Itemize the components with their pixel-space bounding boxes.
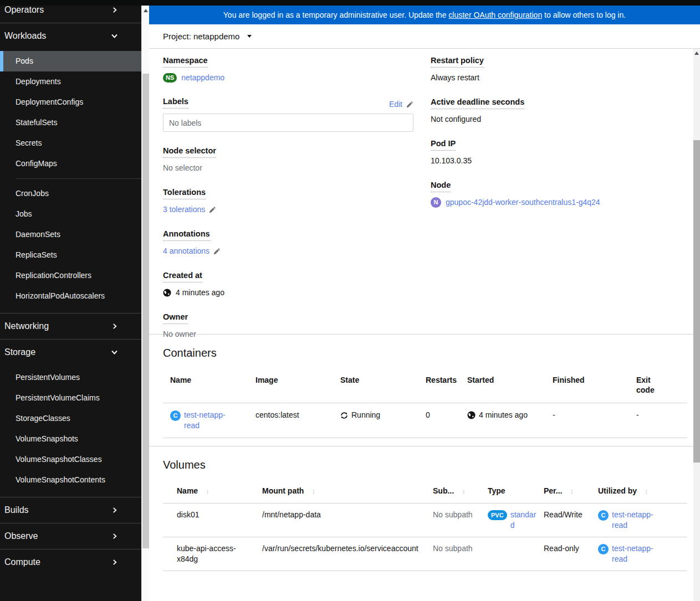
sidebar-item-volumesnapshotclasses[interactable]: VolumeSnapshotClasses: [0, 449, 141, 470]
pvc-link[interactable]: standard: [510, 510, 538, 531]
scroll-up-arrow-icon[interactable]: [694, 52, 699, 55]
banner-text-after: to allow others to log in.: [542, 11, 626, 19]
sidebar-item-volumesnapshotcontents[interactable]: VolumeSnapshotContents: [0, 470, 141, 490]
node-link[interactable]: gpupoc-42jdd-worker-southcentralus1-g4q2…: [446, 197, 600, 208]
sidebar-item-pods[interactable]: Pods: [0, 51, 141, 71]
pvc-badge: PVC: [488, 510, 507, 520]
volume-table-row: kube-api-access-x84dg /var/run/secrets/k…: [163, 537, 687, 571]
tolerations-label: Tolerations: [163, 188, 206, 199]
column-header-type: Type: [488, 482, 544, 502]
sidebar-item-secrets[interactable]: Secrets: [0, 133, 141, 153]
sidebar-item-compute[interactable]: Compute: [0, 549, 141, 575]
pod-ip-value: 10.103.0.35: [431, 156, 693, 166]
project-selector[interactable]: Project: netappdemo: [163, 32, 252, 41]
container-name-link[interactable]: test-netapp-read: [184, 410, 228, 431]
main-scrollbar-thumb[interactable]: [693, 140, 700, 463]
sidebar-item-persistentvolumes[interactable]: PersistentVolumes: [0, 367, 141, 388]
sidebar-item-label: Networking: [4, 321, 49, 331]
sidebar-item-replicationcontrollers[interactable]: ReplicationControllers: [0, 265, 141, 286]
pod-details-section: Namespace NS netappdemo Labels Edit: [149, 49, 693, 334]
container-state: Running: [351, 410, 380, 420]
container-started: 4 minutes ago: [479, 410, 528, 420]
column-header-name[interactable]: Name↕: [177, 482, 262, 503]
edit-label-text: Edit: [389, 100, 402, 109]
sidebar-item-daemonsets[interactable]: DaemonSets: [0, 224, 141, 245]
sort-icon[interactable]: ↕: [311, 487, 315, 495]
main-scrollbar[interactable]: [693, 49, 700, 601]
created-at-label: Created at: [163, 271, 202, 282]
pod-ip-label: Pod IP: [431, 139, 456, 151]
volume-type-empty: [488, 537, 544, 549]
container-image: centos:latest: [256, 403, 340, 427]
sidebar-item-volumesnapshots[interactable]: VolumeSnapshots: [0, 429, 141, 449]
tolerations-link[interactable]: 3 tolerations: [163, 204, 205, 215]
column-header-image: Image: [256, 371, 340, 393]
sidebar-item-replicasets[interactable]: ReplicaSets: [0, 245, 141, 265]
pencil-icon: [406, 101, 413, 108]
sidebar-item-label: Storage: [4, 347, 35, 357]
sidebar-item-workloads[interactable]: Workloads: [0, 23, 141, 49]
sidebar-item-networking[interactable]: Networking: [0, 314, 141, 339]
column-header-name: Name: [170, 371, 256, 393]
node-selector-label: Node selector: [163, 146, 216, 158]
annotations-link[interactable]: 4 annotations: [163, 246, 210, 256]
globe-icon: [163, 289, 171, 297]
cluster-oauth-configuration-link[interactable]: cluster OAuth configuration: [448, 11, 542, 19]
volume-subpath: No subpath: [433, 537, 488, 560]
chevron-right-icon: [111, 507, 118, 513]
sort-icon[interactable]: ↕: [462, 487, 466, 495]
project-selector-label: Project: netappdemo: [163, 32, 239, 41]
pod-details-content: Namespace NS netappdemo Labels Edit: [149, 49, 693, 601]
project-bar: Project: netappdemo: [149, 24, 700, 49]
sidebar-item-cronjobs[interactable]: CronJobs: [0, 183, 141, 204]
chevron-right-icon: [111, 559, 118, 566]
volume-subpath: No subpath: [433, 504, 488, 526]
namespace-link[interactable]: netappdemo: [181, 73, 224, 83]
pencil-icon[interactable]: [213, 248, 221, 255]
utilized-by-link[interactable]: test-netapp-read: [612, 543, 663, 564]
column-header-utilized-by[interactable]: Utilized by↕: [598, 482, 687, 503]
sidebar-item-builds[interactable]: Builds: [0, 497, 141, 523]
restart-policy-label: Restart policy: [431, 56, 484, 68]
temporary-admin-banner: You are logged in as a temporary adminis…: [149, 6, 700, 24]
sidebar-item-observe[interactable]: Observe: [0, 523, 141, 549]
sidebar-nav: Operators Workloads Pods Deployments Dep…: [0, 0, 141, 601]
owner-value: No owner: [163, 329, 413, 340]
column-header-mount-path[interactable]: Mount path↕: [262, 482, 433, 503]
sidebar-item-persistentvolumeclaims[interactable]: PersistentVolumeClaims: [0, 388, 141, 408]
sidebar-item-horizontalpodautoscalers[interactable]: HorizontalPodAutoscalers: [0, 286, 141, 306]
volume-mount-path: /mnt/netapp-data: [262, 504, 433, 526]
chevron-down-icon: [111, 33, 118, 40]
sort-icon[interactable]: ↕: [570, 487, 574, 495]
column-header-permissions[interactable]: Per...↕: [544, 482, 598, 503]
scroll-up-arrow-icon[interactable]: [144, 9, 148, 12]
node-badge: N: [431, 197, 441, 208]
sidebar-scrollbar[interactable]: [141, 6, 149, 601]
sort-icon[interactable]: ↕: [645, 487, 648, 495]
volumes-heading: Volumes: [163, 459, 693, 471]
sidebar-item-label: Observe: [4, 531, 38, 541]
container-restarts: 0: [426, 403, 467, 427]
namespace-badge: NS: [163, 73, 177, 83]
column-header-subpath[interactable]: Sub...↕: [433, 482, 488, 503]
sidebar-item-deploymentconfigs[interactable]: DeploymentConfigs: [0, 92, 141, 112]
sidebar-scrollbar-thumb[interactable]: [142, 74, 149, 548]
edit-labels-button[interactable]: Edit: [389, 100, 413, 109]
sort-icon[interactable]: ↕: [206, 487, 210, 495]
annotations-label: Annotations: [163, 229, 210, 241]
subnav-divider: [16, 178, 141, 179]
chevron-right-icon: [111, 7, 118, 13]
node-label: Node: [431, 181, 451, 192]
pencil-icon[interactable]: [209, 206, 216, 213]
utilized-by-link[interactable]: test-netapp-read: [612, 510, 663, 531]
sidebar-item-jobs[interactable]: Jobs: [0, 204, 141, 224]
volume-name: disk01: [177, 504, 262, 526]
containers-section: Containers Name Image State Restarts Sta…: [149, 335, 693, 446]
sidebar-item-storage[interactable]: Storage: [0, 340, 141, 365]
sidebar-item-storageclasses[interactable]: StorageClasses: [0, 408, 141, 429]
sidebar-item-configmaps[interactable]: ConfigMaps: [0, 153, 141, 174]
sidebar-item-statefulsets[interactable]: StatefulSets: [0, 112, 141, 133]
volumes-section: Volumes Name↕ Mount path↕ Sub...↕ Type P…: [149, 446, 693, 591]
containers-heading: Containers: [163, 347, 693, 359]
sidebar-item-deployments[interactable]: Deployments: [0, 71, 141, 92]
